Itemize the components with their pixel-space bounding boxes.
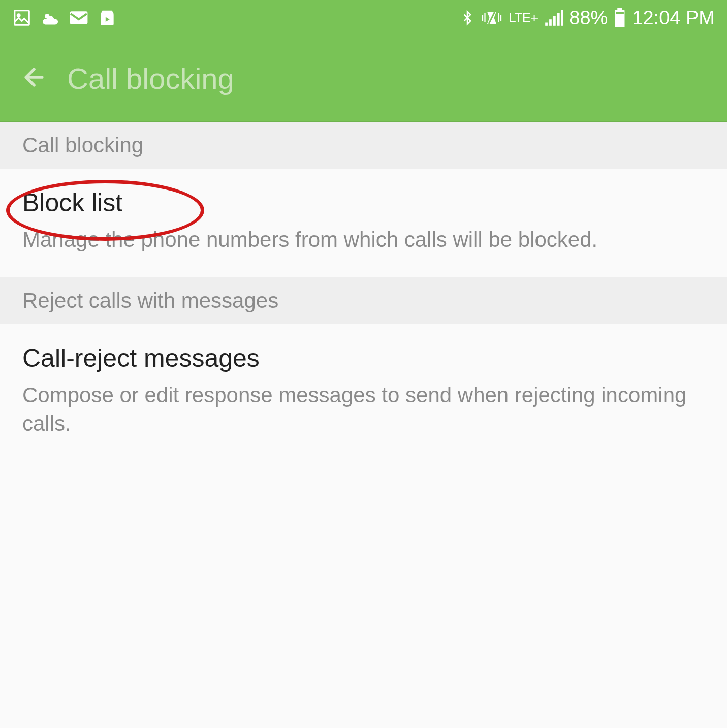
svg-rect-5 — [545, 23, 548, 26]
clock-time: 12:04 PM — [632, 7, 715, 29]
call-reject-description: Compose or edit response messages to sen… — [22, 381, 705, 438]
svg-rect-8 — [557, 13, 560, 26]
svg-rect-3 — [71, 12, 87, 23]
section-header-reject-calls: Reject calls with messages — [0, 277, 727, 324]
svg-point-1 — [17, 14, 20, 17]
weather-icon — [41, 8, 60, 27]
svg-rect-0 — [15, 11, 29, 25]
play-store-icon — [98, 8, 117, 27]
svg-rect-10 — [618, 8, 623, 10]
gallery-icon — [12, 8, 31, 27]
svg-rect-12 — [616, 12, 624, 14]
page-title: Call blocking — [67, 61, 234, 96]
signal-icon — [544, 8, 563, 27]
network-type-icon: LTE+ — [509, 10, 538, 26]
battery-icon — [614, 8, 626, 27]
gmail-icon — [69, 8, 88, 27]
block-list-description: Manage the phone numbers from which call… — [22, 226, 705, 255]
bluetooth-icon — [460, 8, 475, 27]
back-button[interactable] — [20, 64, 48, 93]
block-list-title: Block list — [22, 188, 705, 217]
vibrate-icon — [481, 8, 502, 27]
empty-content-area — [0, 461, 727, 728]
svg-rect-9 — [561, 10, 563, 26]
app-header: Call blocking — [0, 36, 727, 122]
call-reject-messages-item[interactable]: Call-reject messages Compose or edit res… — [0, 324, 727, 461]
status-left-icons — [12, 8, 117, 27]
section-header-call-blocking: Call blocking — [0, 122, 727, 169]
svg-rect-6 — [549, 19, 552, 26]
status-right: LTE+ 88% 12:04 PM — [460, 7, 715, 29]
call-reject-title: Call-reject messages — [22, 343, 705, 373]
svg-rect-7 — [553, 16, 556, 26]
status-bar: LTE+ 88% 12:04 PM — [0, 0, 727, 36]
block-list-item[interactable]: Block list Manage the phone numbers from… — [0, 169, 727, 277]
battery-percent: 88% — [569, 7, 608, 29]
